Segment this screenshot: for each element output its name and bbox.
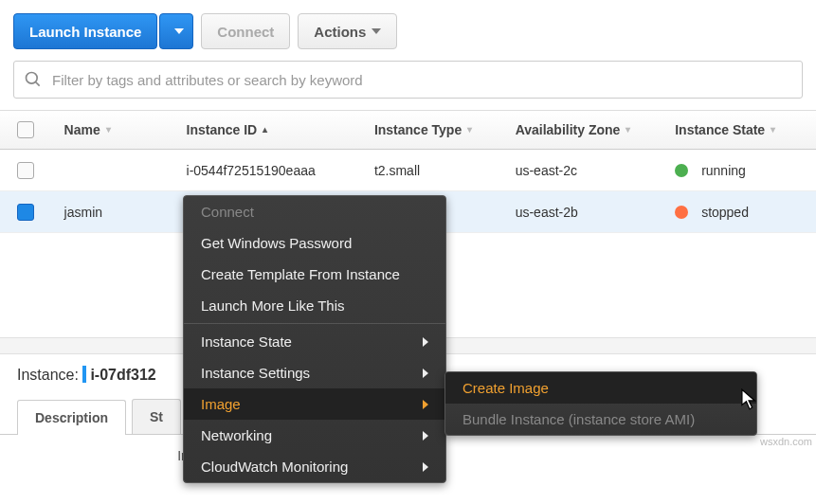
launch-instance-dropdown-button[interactable] [159,13,193,49]
select-all-cell [17,121,64,138]
state-label: stopped [701,205,749,220]
subctx-bundle-instance: Bundle Instance (instance store AMI) [445,404,756,435]
selection-bar [82,366,86,383]
search-wrap [0,61,816,110]
cell-availability-zone: us-east-2b [516,205,676,220]
column-header-instance-type-label: Instance Type [374,122,462,137]
column-header-availability-zone[interactable]: Availability Zone ▾ [516,122,676,137]
svg-line-1 [36,82,40,86]
ctx-label: Instance State [201,333,292,350]
ctx-label: CloudWatch Monitoring [201,459,348,475]
ctx-label: Instance Settings [201,365,310,381]
launch-instance-button[interactable]: Launch Instance [13,13,157,49]
sort-icon: ▾ [106,126,111,134]
ctx-instance-settings[interactable]: Instance Settings [184,357,445,388]
context-submenu-image: Create Image Bundle Instance (instance s… [444,371,757,436]
state-label: running [701,163,746,178]
launch-instance-label: Launch Instance [29,24,141,40]
detail-instance-id: i-07df312 [90,367,155,383]
cell-instance-state: running [675,163,816,178]
cell-instance-id: i-0544f72515190eaaa [187,163,374,178]
actions-label: Actions [314,24,366,40]
cell-instance-state: stopped [675,205,816,220]
sort-icon: ▾ [467,126,472,134]
cell-availability-zone: us-east-2c [516,163,676,178]
tab-partial-1[interactable]: St [132,399,181,434]
ctx-label: Connect [201,204,254,220]
ctx-image[interactable]: Image [184,388,445,420]
caret-down-icon [174,28,184,34]
watermark: wsxdn.com [760,436,812,447]
subctx-label: Bundle Instance (instance store AMI) [462,411,695,427]
sort-icon: ▾ [626,126,630,134]
tab-description[interactable]: Description [17,400,126,435]
column-header-instance-id[interactable]: Instance ID ▴ [187,122,374,137]
chevron-right-icon [423,400,428,409]
column-header-az-label: Availability Zone [516,122,621,137]
column-header-instance-type[interactable]: Instance Type ▾ [374,122,516,137]
table-header: Name ▾ Instance ID ▴ Instance Type ▾ Ava… [0,110,816,150]
select-all-checkbox[interactable] [17,121,34,138]
ctx-create-template[interactable]: Create Template From Instance [184,259,445,290]
chevron-right-icon [423,462,428,472]
ctx-label: Image [201,396,241,412]
search-box[interactable] [13,61,803,99]
connect-button[interactable]: Connect [201,13,290,49]
row-checkbox[interactable] [17,204,34,221]
subctx-create-image[interactable]: Create Image [445,372,756,404]
column-header-instance-state[interactable]: Instance State ▾ [675,122,816,137]
ctx-get-windows-password[interactable]: Get Windows Password [184,227,445,259]
sort-asc-icon: ▴ [263,126,267,134]
search-input[interactable] [50,71,792,89]
connect-label: Connect [217,24,274,40]
ctx-networking[interactable]: Networking [184,420,445,451]
column-header-instance-id-label: Instance ID [187,122,258,137]
cell-name: jasmin [64,205,187,220]
cell-instance-type: t2.small [374,163,516,178]
toolbar: Launch Instance Connect Actions [0,0,816,61]
ctx-label: Networking [201,427,272,443]
row-checkbox[interactable] [17,162,34,179]
status-stopped-icon [675,206,688,219]
detail-prefix: Instance: [17,367,79,383]
column-header-name-label: Name [64,122,100,137]
subctx-label: Create Image [462,380,549,396]
ctx-launch-more-like-this[interactable]: Launch More Like This [184,290,445,321]
table-row[interactable]: i-0544f72515190eaaa t2.small us-east-2c … [0,150,816,191]
column-header-state-label: Instance State [675,122,765,137]
ctx-connect: Connect [184,196,445,227]
ctx-label: Get Windows Password [201,235,352,251]
chevron-right-icon [423,431,428,441]
chevron-right-icon [423,369,428,378]
ctx-separator [184,323,445,324]
caret-down-icon [372,28,381,34]
status-running-icon [675,164,688,177]
context-menu: Connect Get Windows Password Create Temp… [183,195,446,483]
ctx-instance-state[interactable]: Instance State [184,326,445,357]
svg-point-0 [27,73,38,84]
sort-icon: ▾ [771,126,775,134]
column-header-name[interactable]: Name ▾ [64,122,187,137]
ctx-cloudwatch-monitoring[interactable]: CloudWatch Monitoring [184,451,445,482]
ctx-label: Create Template From Instance [201,266,400,282]
search-icon [24,70,43,89]
ctx-label: Launch More Like This [201,297,344,314]
actions-button[interactable]: Actions [298,13,397,49]
chevron-right-icon [423,337,428,347]
